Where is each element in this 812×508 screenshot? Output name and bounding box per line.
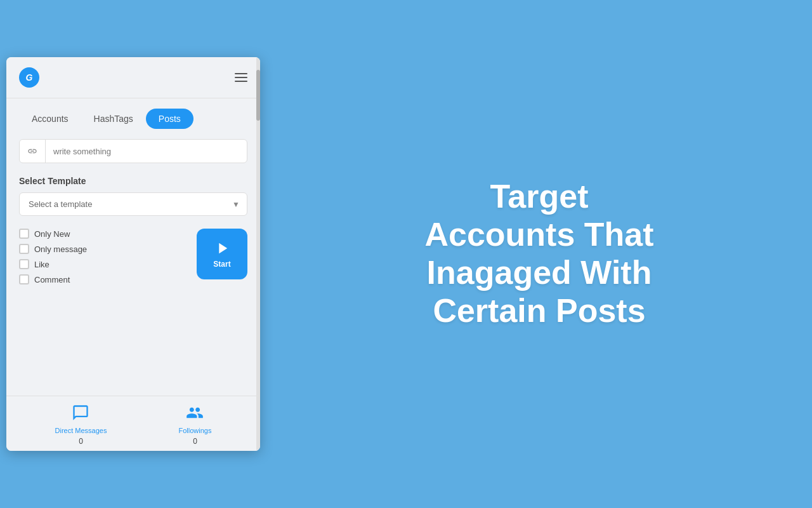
checkbox-only-new[interactable]: Only New [19,229,87,239]
start-button-label: Start [213,260,230,269]
menu-icon[interactable] [235,73,247,82]
footer-followings[interactable]: Followings 0 [178,404,211,446]
footer-direct-messages[interactable]: Direct Messages 0 [55,404,107,446]
like-checkbox[interactable] [19,259,29,269]
like-label: Like [34,260,49,269]
start-button[interactable]: Start [197,229,247,279]
checkboxes-col: Only New Only message Like Comment [19,229,87,284]
comment-checkbox[interactable] [19,274,29,284]
only-message-label: Only message [34,244,87,254]
only-message-checkbox[interactable] [19,244,29,254]
hero-text: Target Accounts That Inagaged With Certa… [424,178,653,330]
app-header: G [6,57,260,98]
app-footer: Direct Messages 0 Followings 0 [6,396,260,451]
template-label: Select Template [19,176,247,186]
left-panel: G Accounts HashTags Posts [0,0,266,508]
template-select-wrapper: Select a template ▼ [19,192,247,216]
hero-line2: Accounts That [424,216,653,254]
direct-messages-label: Direct Messages [55,427,107,434]
tabs-section: Accounts HashTags Posts [6,98,260,129]
hero-line4: Certain Posts [424,292,653,330]
link-icon [20,140,46,163]
followings-label: Followings [178,427,211,434]
template-section: Select Template Select a template ▼ [19,176,247,216]
options-start-row: Only New Only message Like Comment [19,229,247,284]
template-select[interactable]: Select a template [19,192,247,216]
checkbox-only-message[interactable]: Only message [19,244,87,254]
post-url-input[interactable] [46,140,247,163]
tabs-row: Accounts HashTags Posts [19,109,247,129]
hero-line3: Inagaged With [424,254,653,292]
checkbox-comment[interactable]: Comment [19,274,87,284]
chat-icon [72,404,89,424]
tab-posts[interactable]: Posts [146,109,193,129]
hero-line1: Target [424,178,653,216]
followings-count: 0 [193,437,197,446]
comment-label: Comment [34,275,70,284]
only-new-checkbox[interactable] [19,229,29,239]
app-logo: G [19,67,39,88]
only-new-label: Only New [34,229,70,239]
users-icon [186,404,204,424]
main-content: Select Template Select a template ▼ Only… [6,129,260,396]
checkbox-like[interactable]: Like [19,259,87,269]
direct-messages-count: 0 [79,437,83,446]
url-input-row [19,139,247,163]
tab-hashtags[interactable]: HashTags [81,109,146,129]
right-panel: Target Accounts That Inagaged With Certa… [266,152,812,355]
tab-accounts[interactable]: Accounts [19,109,81,129]
app-window: G Accounts HashTags Posts [6,57,260,451]
